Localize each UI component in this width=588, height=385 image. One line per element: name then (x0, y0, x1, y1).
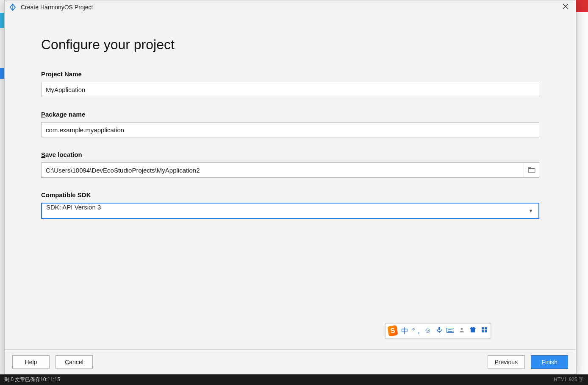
ime-voice-icon[interactable] (435, 326, 443, 335)
create-project-dialog: Create HarmonyOS Project Configure your … (4, 0, 576, 374)
dialog-content: Configure your project Project Name Pack… (5, 14, 576, 349)
dialog-footer: Help Cancel Previous Finish (5, 349, 576, 374)
background-right-sliver (576, 0, 588, 385)
right-red-block (576, 0, 588, 12)
save-location-label: Save location (41, 151, 539, 158)
ime-lang-indicator[interactable]: 中 (401, 326, 409, 336)
ime-emoji-icon[interactable]: ☺ (424, 326, 432, 335)
save-location-field: Save location (41, 151, 539, 178)
ime-skin-icon[interactable] (469, 326, 477, 335)
package-name-label: Package name (41, 111, 539, 118)
project-name-input[interactable] (42, 82, 539, 97)
ime-tools-icon[interactable] (480, 326, 488, 335)
close-button[interactable] (561, 3, 570, 11)
project-name-input-wrap (41, 82, 539, 97)
compatible-sdk-label: Compatible SDK (41, 191, 539, 198)
page-heading: Configure your project (41, 37, 539, 53)
svg-rect-2 (528, 169, 535, 173)
dialog-titlebar: Create HarmonyOS Project (5, 0, 576, 14)
svg-rect-5 (447, 328, 454, 333)
close-icon (563, 3, 569, 9)
cancel-button[interactable]: Cancel (55, 355, 93, 369)
browse-folder-button[interactable] (524, 163, 539, 177)
svg-rect-14 (482, 330, 484, 332)
svg-point-6 (448, 329, 449, 330)
svg-point-11 (460, 328, 463, 330)
compatible-sdk-select[interactable]: SDK: API Version 3 ▼ (41, 203, 539, 219)
taskbar-right-text: HTML 925 字 (554, 376, 584, 383)
ime-user-icon[interactable] (458, 326, 466, 335)
background-taskbar: 剩 0 文章已保存10:11:15 HTML 925 字 (0, 374, 588, 385)
svg-rect-3 (438, 327, 440, 330)
left-blue-marker (0, 68, 4, 79)
compatible-sdk-field: Compatible SDK SDK: API Version 3 ▼ (41, 191, 539, 219)
project-name-label: Project Name (41, 70, 539, 78)
ime-toolbar[interactable]: S 中 °， ☺ (385, 323, 491, 338)
project-name-field: Project Name (41, 70, 539, 97)
compatible-sdk-value: SDK: API Version 3 (42, 204, 523, 218)
ime-keyboard-icon[interactable] (447, 326, 455, 335)
svg-point-8 (450, 329, 451, 330)
chevron-down-icon: ▼ (523, 204, 538, 218)
save-location-input[interactable] (42, 163, 524, 177)
finish-button[interactable]: Finish (531, 355, 568, 369)
svg-rect-13 (485, 327, 487, 329)
package-name-input-wrap (41, 122, 539, 137)
ime-punct-icon[interactable]: °， (412, 326, 421, 336)
package-name-input[interactable] (42, 123, 539, 137)
dialog-title: Create HarmonyOS Project (21, 4, 93, 11)
package-name-field: Package name (41, 111, 539, 137)
save-location-input-wrap (41, 162, 539, 178)
folder-icon (528, 167, 535, 173)
svg-point-7 (449, 329, 450, 330)
svg-rect-12 (482, 327, 484, 329)
previous-button[interactable]: Previous (488, 355, 525, 369)
taskbar-left-text: 剩 0 文章已保存10:11:15 (4, 376, 60, 383)
svg-rect-15 (485, 330, 487, 332)
background-left-sliver (0, 0, 4, 385)
help-button[interactable]: Help (12, 355, 50, 369)
sogou-logo-icon: S (387, 325, 398, 337)
left-teal-marker (0, 13, 4, 28)
svg-rect-10 (448, 331, 452, 332)
svg-point-9 (452, 329, 452, 330)
harmonyos-logo-icon (9, 3, 17, 11)
